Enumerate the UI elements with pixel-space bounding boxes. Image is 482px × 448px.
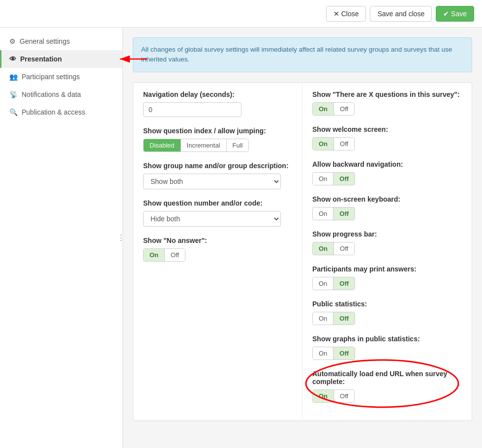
resize-dots: ⋮	[117, 233, 124, 242]
sidebar-item-label: Participant settings	[22, 73, 80, 81]
close-button[interactable]: ✕ Close	[326, 6, 366, 22]
x-questions-toggle: On Off	[312, 102, 355, 116]
auto-load-on-btn[interactable]: On	[313, 390, 333, 402]
backward-nav-on-btn[interactable]: On	[313, 173, 333, 185]
no-answer-off-btn[interactable]: Off	[164, 249, 185, 261]
backward-nav-label: Allow backward navigation:	[312, 160, 462, 168]
welcome-screen-label: Show welcome screen:	[312, 125, 462, 133]
onscreen-keyboard-group: Show on-screen keyboard: On Off	[312, 195, 462, 220]
save-close-button[interactable]: Save and close	[370, 6, 432, 22]
sidebar-item-presentation[interactable]: 👁 Presentation	[0, 50, 122, 68]
show-graphs-off-btn[interactable]: Off	[333, 347, 355, 359]
sidebar-resize-handle[interactable]: ⋮	[119, 28, 122, 448]
info-box: All changes of global survey settings wi…	[133, 37, 472, 72]
save-button[interactable]: ✔ Save	[436, 6, 474, 22]
welcome-screen-toggle: On Off	[312, 137, 355, 150]
eye-icon: 👁	[9, 55, 16, 63]
backward-nav-group: Allow backward navigation: On Off	[312, 160, 462, 185]
public-stats-group: Public statistics: On Off	[312, 300, 462, 325]
welcome-screen-group: Show welcome screen: On Off	[312, 125, 462, 150]
main-layout: ⚙ General settings 👁 Presentation 👥 Part…	[0, 28, 482, 448]
nav-delay-group: Navigation delay (seconds):	[143, 90, 292, 117]
settings-left-panel: Navigation delay (seconds): Show questio…	[133, 83, 302, 420]
progress-bar-group: Show progress bar: On Off	[312, 230, 462, 255]
auto-load-group: Automatically load end URL when survey c…	[312, 370, 462, 403]
public-stats-label: Public statistics:	[312, 300, 462, 308]
show-graphs-group: Show graphs in public statistics: On Off	[312, 335, 462, 360]
x-questions-group: Show "There are X questions in this surv…	[312, 90, 462, 116]
top-bar: ✕ Close Save and close ✔ Save	[0, 0, 482, 28]
settings-panel: Navigation delay (seconds): Show questio…	[133, 82, 472, 421]
sidebar: ⚙ General settings 👁 Presentation 👥 Part…	[0, 28, 123, 448]
onscreen-keyboard-label: Show on-screen keyboard:	[312, 195, 462, 203]
backward-nav-toggle: On Off	[312, 172, 355, 185]
sidebar-item-label: Notifications & data	[22, 90, 81, 98]
index-btn-full[interactable]: Full	[226, 139, 249, 151]
progress-bar-on-btn[interactable]: On	[313, 242, 333, 255]
sidebar-item-label: Publication & access	[22, 108, 85, 116]
progress-bar-off-btn[interactable]: Off	[333, 242, 354, 255]
progress-bar-label: Show progress bar:	[312, 230, 462, 238]
publication-icon: 🔍	[9, 108, 18, 116]
auto-load-off-btn[interactable]: Off	[333, 390, 354, 402]
print-answers-label: Participants may print answers:	[312, 265, 462, 273]
sidebar-item-general-settings[interactable]: ⚙ General settings	[0, 32, 122, 50]
onscreen-keyboard-off-btn[interactable]: Off	[333, 208, 355, 220]
print-answers-group: Participants may print answers: On Off	[312, 265, 462, 290]
onscreen-keyboard-on-btn[interactable]: On	[313, 208, 333, 220]
x-questions-label: Show "There are X questions in this surv…	[312, 90, 462, 98]
sidebar-item-participant-settings[interactable]: 👥 Participant settings	[0, 68, 122, 86]
welcome-screen-on-btn[interactable]: On	[313, 138, 333, 150]
backward-nav-off-btn[interactable]: Off	[333, 173, 355, 185]
group-name-label: Show group name and/or group description…	[143, 162, 292, 170]
main-content: All changes of global survey settings wi…	[123, 28, 482, 448]
x-questions-on-btn[interactable]: On	[313, 103, 333, 115]
public-stats-on-btn[interactable]: On	[313, 312, 333, 325]
notifications-icon: 📡	[9, 90, 18, 98]
auto-load-toggle: On Off	[312, 389, 355, 403]
index-btn-disabled[interactable]: Disabled	[144, 139, 181, 151]
show-graphs-toggle: On Off	[312, 347, 355, 360]
no-answer-label: Show "No answer":	[143, 237, 292, 244]
no-answer-toggle: On Off	[143, 248, 185, 262]
question-index-buttons: Disabled Incremental Full	[143, 139, 249, 152]
public-stats-toggle: On Off	[312, 312, 355, 325]
settings-right-panel: Show "There are X questions in this surv…	[302, 83, 472, 420]
gear-icon: ⚙	[9, 37, 16, 45]
no-answer-group: Show "No answer": On Off	[143, 237, 292, 262]
nav-delay-input[interactable]	[143, 102, 241, 117]
sidebar-item-notifications-data[interactable]: 📡 Notifications & data	[0, 86, 122, 103]
question-number-group: Show question number and/or code: Hide b…	[143, 199, 292, 227]
index-btn-incremental[interactable]: Incremental	[181, 139, 226, 151]
group-name-select[interactable]: Show both Hide both Show group name only…	[143, 174, 281, 189]
no-answer-on-btn[interactable]: On	[144, 249, 164, 261]
show-graphs-on-btn[interactable]: On	[313, 347, 333, 359]
nav-delay-label: Navigation delay (seconds):	[143, 90, 292, 98]
info-text: All changes of global survey settings wi…	[141, 46, 452, 63]
auto-load-label: Automatically load end URL when survey c…	[312, 370, 462, 386]
question-number-label: Show question number and/or code:	[143, 199, 292, 207]
sidebar-item-label: General settings	[20, 37, 70, 45]
print-answers-toggle: On Off	[312, 277, 355, 290]
public-stats-off-btn[interactable]: Off	[333, 312, 355, 325]
print-answers-off-btn[interactable]: Off	[333, 277, 355, 290]
question-number-select[interactable]: Hide both Show both Show question number…	[143, 211, 281, 227]
x-questions-off-btn[interactable]: Off	[333, 103, 354, 115]
print-answers-on-btn[interactable]: On	[313, 277, 333, 290]
progress-bar-toggle: On Off	[312, 242, 355, 255]
question-index-label: Show question index / allow jumping:	[143, 127, 292, 135]
show-graphs-label: Show graphs in public statistics:	[312, 335, 462, 343]
group-name-group: Show group name and/or group description…	[143, 162, 292, 189]
people-icon: 👥	[9, 73, 18, 81]
sidebar-item-label: Presentation	[20, 55, 62, 63]
sidebar-item-publication-access[interactable]: 🔍 Publication & access	[0, 103, 122, 121]
question-index-group: Show question index / allow jumping: Dis…	[143, 127, 292, 152]
welcome-screen-off-btn[interactable]: Off	[333, 138, 354, 150]
onscreen-keyboard-toggle: On Off	[312, 207, 355, 220]
